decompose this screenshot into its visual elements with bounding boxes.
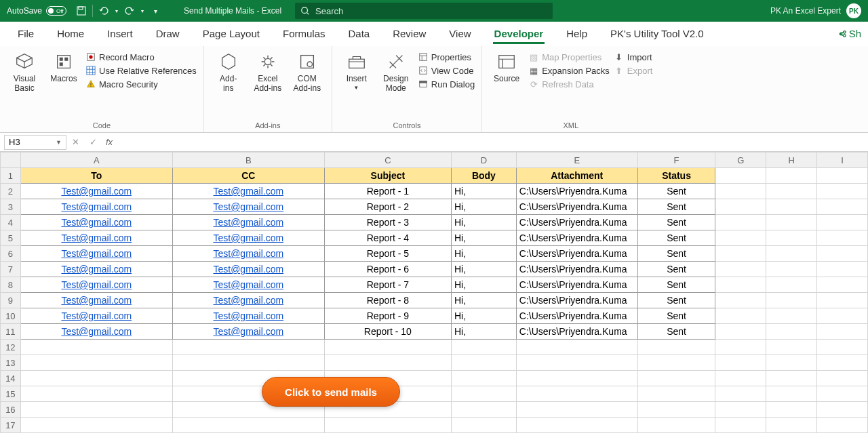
cell[interactable] [324, 340, 451, 355]
cell[interactable] [20, 371, 172, 386]
tab-file[interactable]: File [7, 24, 45, 43]
row-header[interactable]: 11 [1, 324, 21, 340]
cell-status[interactable]: Sent [637, 199, 715, 215]
cell[interactable] [715, 355, 766, 371]
redo-dropdown-icon[interactable]: ▾ [139, 4, 146, 18]
email-link[interactable]: Test@gmail.com [61, 295, 132, 306]
email-link[interactable]: Test@gmail.com [61, 248, 132, 259]
cell[interactable] [817, 355, 868, 371]
cell-body[interactable]: Hi, [451, 199, 516, 215]
tab-review[interactable]: Review [382, 24, 437, 43]
cell[interactable] [766, 371, 817, 386]
cell[interactable] [817, 402, 868, 418]
cell-to[interactable]: Test@gmail.com [20, 230, 172, 246]
col-header[interactable]: G [715, 153, 766, 168]
cell[interactable] [766, 277, 817, 293]
cell-status[interactable]: Sent [637, 324, 715, 340]
cell-to[interactable]: Test@gmail.com [20, 215, 172, 230]
email-link[interactable]: Test@gmail.com [213, 248, 283, 259]
cell-subject[interactable]: Report - 10 [324, 324, 451, 340]
cell-cc[interactable]: Test@gmail.com [172, 230, 324, 246]
fx-icon[interactable]: fx [106, 137, 113, 147]
cell-attachment[interactable]: C:\Users\Priyendra.Kuma [516, 199, 637, 215]
cell[interactable] [766, 199, 817, 215]
avatar[interactable]: PK [846, 3, 861, 18]
cell-subject[interactable]: Report - 1 [324, 184, 451, 199]
cell-body[interactable]: Hi, [451, 293, 516, 308]
cell[interactable] [20, 418, 172, 433]
row-header[interactable]: 10 [1, 308, 21, 324]
cell[interactable] [715, 246, 766, 262]
name-box[interactable]: H3▼ [4, 135, 66, 150]
user-name[interactable]: PK An Excel Expert [770, 6, 841, 16]
col-header[interactable]: H [766, 153, 817, 168]
cell[interactable] [715, 293, 766, 308]
cell[interactable] [817, 215, 868, 230]
cell[interactable] [766, 230, 817, 246]
row-header[interactable]: 14 [1, 371, 21, 386]
cell[interactable] [637, 402, 715, 418]
cell[interactable] [516, 340, 637, 355]
cell[interactable] [817, 386, 868, 402]
cell[interactable] [516, 355, 637, 371]
col-header[interactable]: D [451, 153, 516, 168]
table-header[interactable]: Attachment [516, 168, 637, 184]
cell[interactable] [766, 246, 817, 262]
col-header[interactable]: B [172, 153, 324, 168]
cell[interactable] [637, 418, 715, 433]
col-header[interactable]: A [20, 153, 172, 168]
tab-pk-s-utility-tool-v2-0[interactable]: PK's Utility Tool V2.0 [599, 24, 715, 43]
cell-to[interactable]: Test@gmail.com [20, 184, 172, 199]
select-all[interactable] [1, 153, 21, 168]
cell[interactable] [766, 293, 817, 308]
relative-refs-button[interactable]: Use Relative References [85, 65, 197, 76]
import-button[interactable]: ⬇Import [614, 52, 653, 62]
search-input[interactable] [315, 6, 547, 16]
cell-cc[interactable]: Test@gmail.com [172, 199, 324, 215]
cell[interactable] [817, 199, 868, 215]
cell[interactable] [817, 246, 868, 262]
cell-to[interactable]: Test@gmail.com [20, 262, 172, 277]
table-header[interactable]: Status [637, 168, 715, 184]
cell[interactable] [817, 324, 868, 340]
cell[interactable] [817, 262, 868, 277]
cell[interactable] [766, 184, 817, 199]
cell[interactable] [715, 277, 766, 293]
cell-to[interactable]: Test@gmail.com [20, 246, 172, 262]
email-link[interactable]: Test@gmail.com [213, 295, 283, 306]
cell-subject[interactable]: Report - 6 [324, 262, 451, 277]
cell-body[interactable]: Hi, [451, 324, 516, 340]
cell[interactable] [715, 230, 766, 246]
row-header[interactable]: 13 [1, 355, 21, 371]
cell-cc[interactable]: Test@gmail.com [172, 277, 324, 293]
cell-body[interactable]: Hi, [451, 184, 516, 199]
tab-home[interactable]: Home [46, 24, 95, 43]
cell-to[interactable]: Test@gmail.com [20, 277, 172, 293]
cell-status[interactable]: Sent [637, 293, 715, 308]
macro-security-button[interactable]: Macro Security [85, 79, 197, 89]
cell-body[interactable]: Hi, [451, 246, 516, 262]
col-header[interactable]: E [516, 153, 637, 168]
row-header[interactable]: 6 [1, 246, 21, 262]
insert-control-button[interactable]: Insert▾ [339, 49, 374, 91]
cell-cc[interactable]: Test@gmail.com [172, 293, 324, 308]
cell-subject[interactable]: Report - 3 [324, 215, 451, 230]
cell[interactable] [324, 418, 451, 433]
tab-data[interactable]: Data [337, 24, 380, 43]
email-link[interactable]: Test@gmail.com [61, 232, 132, 243]
tab-insert[interactable]: Insert [96, 24, 144, 43]
tab-formulas[interactable]: Formulas [272, 24, 336, 43]
cell-status[interactable]: Sent [637, 230, 715, 246]
visual-basic-button[interactable]: Visual Basic [7, 49, 42, 94]
row-header[interactable]: 16 [1, 402, 21, 418]
cell[interactable] [451, 418, 516, 433]
table-header[interactable]: CC [172, 168, 324, 184]
row-header[interactable]: 5 [1, 230, 21, 246]
cell-subject[interactable]: Report - 2 [324, 199, 451, 215]
cell-body[interactable]: Hi, [451, 277, 516, 293]
cell[interactable] [516, 386, 637, 402]
enter-formula-icon[interactable]: ✓ [84, 137, 102, 147]
cell-attachment[interactable]: C:\Users\Priyendra.Kuma [516, 230, 637, 246]
table-header[interactable]: To [20, 168, 172, 184]
cell[interactable] [172, 355, 324, 371]
